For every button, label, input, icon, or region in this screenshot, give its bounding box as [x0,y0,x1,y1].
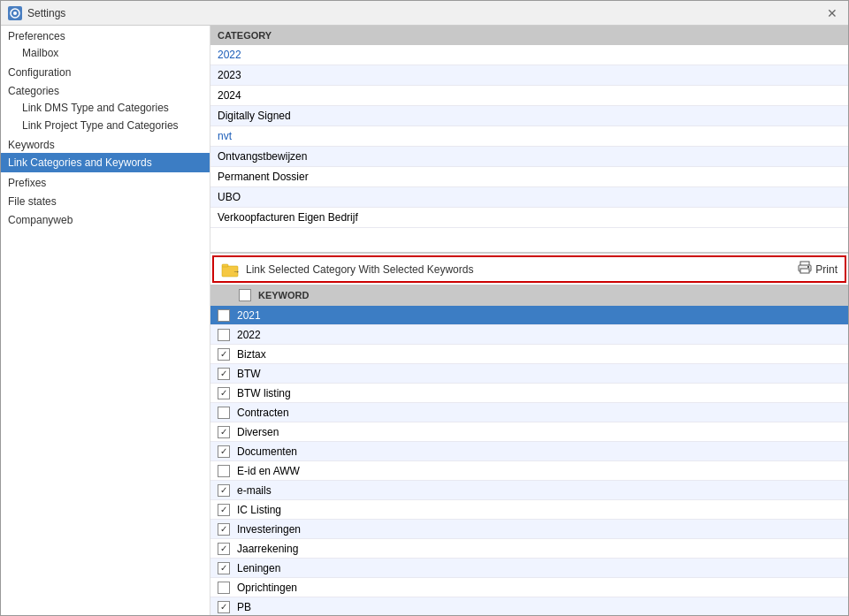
sidebar-section-companyweb[interactable]: Companyweb [1,209,210,228]
keyword-checkbox[interactable] [218,426,230,438]
table-row[interactable]: Digitally Signed [210,106,848,126]
link-bar-left: → Link Selected Category With Selected K… [221,262,473,278]
keyword-checkbox[interactable] [218,523,230,536]
keyword-label: Contracten [237,407,289,419]
keyword-row[interactable]: Oprichtingen [210,578,848,597]
sidebar-item-mailbox[interactable]: Mailbox [1,44,210,62]
table-row[interactable]: nvt [210,126,848,147]
keyword-row[interactable]: Documenten [210,442,848,461]
link-bar: → Link Selected Category With Selected K… [212,255,846,283]
keyword-checkbox[interactable] [218,407,230,419]
keyword-row[interactable]: Contracten [210,403,848,422]
folder-link-svg: → [221,262,241,278]
keyword-label: E-id en AWW [237,465,300,477]
keyword-row[interactable]: PB [210,597,848,615]
keyword-label: 2022 [237,329,261,341]
category-header: CATEGORY [210,26,848,45]
sidebar-section-prefixes[interactable]: Prefixes [1,172,210,191]
table-row[interactable]: 2024 [210,86,848,106]
keyword-header: KEYWORD [210,285,848,306]
sidebar-item-link-categories-keywords[interactable]: Link Categories and Keywords [1,153,210,172]
print-button[interactable]: Print [798,261,838,278]
sidebar-section-preferences: Preferences [1,26,210,44]
main-content: Preferences Mailbox Configuration Catego… [1,26,848,615]
keyword-checkbox[interactable] [218,504,230,516]
keyword-label: Oprichtingen [237,582,297,594]
settings-window: Settings ✕ Preferences Mailbox Configura… [0,0,849,616]
printer-icon [798,261,812,278]
title-bar: Settings ✕ [1,1,848,26]
content-area: CATEGORY 2022 2023 2024 Digitally Signed… [210,26,848,615]
keyword-row[interactable]: BTW listing [210,384,848,403]
keyword-label: IC Listing [237,504,281,516]
keyword-checkbox[interactable] [218,445,230,458]
keyword-label: PB [237,601,251,613]
keyword-checkbox[interactable] [218,543,230,555]
sidebar-item-link-dms[interactable]: Link DMS Type and Categories [1,99,210,117]
link-bar-label: Link Selected Category With Selected Key… [246,263,473,276]
keyword-checkbox[interactable] [218,309,230,322]
category-panel: CATEGORY 2022 2023 2024 Digitally Signed… [210,26,848,254]
keyword-row[interactable]: E-id en AWW [210,461,848,481]
sidebar-item-link-project[interactable]: Link Project Type and Categories [1,117,210,134]
keyword-checkbox[interactable] [218,601,230,613]
keyword-row[interactable]: Leningen [210,559,848,578]
header-checkbox[interactable] [239,289,251,301]
app-icon [8,6,22,20]
keyword-label: BTW listing [237,387,291,399]
sidebar-section-keywords: Keywords [1,134,210,153]
table-row[interactable]: UBO [210,187,848,208]
keyword-row[interactable]: Investeringen [210,520,848,539]
print-label: Print [815,263,838,276]
keyword-label: Investeringen [237,523,301,536]
keyword-checkbox[interactable] [218,387,230,399]
keyword-label: Documenten [237,445,297,458]
keyword-row[interactable]: 2022 [210,325,848,345]
table-row[interactable]: 2022 [210,45,848,65]
keyword-row[interactable]: Biztax [210,345,848,364]
keyword-label: e-mails [237,484,272,497]
svg-rect-3 [222,264,228,267]
link-folder-icon: → [221,262,241,278]
close-button[interactable]: ✕ [823,4,841,22]
keyword-row[interactable]: e-mails [210,481,848,500]
keyword-checkbox[interactable] [218,348,230,361]
keyword-checkbox[interactable] [218,582,230,594]
keyword-checkbox[interactable] [218,484,230,497]
keyword-row[interactable]: BTW [210,364,848,384]
table-row[interactable]: Permanent Dossier [210,167,848,187]
table-row[interactable]: Ontvangstbewijzen [210,147,848,167]
keyword-label: Jaarrekening [237,543,298,555]
keyword-row[interactable]: IC Listing [210,500,848,520]
keyword-row[interactable]: Diversen [210,422,848,442]
keyword-label: Leningen [237,562,280,574]
keyword-row[interactable]: Jaarrekening [210,539,848,559]
sidebar: Preferences Mailbox Configuration Catego… [1,26,210,615]
svg-point-1 [13,11,17,15]
table-row[interactable]: Verkoopfacturen Eigen Bedrijf [210,208,848,228]
title-bar-left: Settings [8,6,65,20]
svg-text:→: → [233,268,240,276]
svg-rect-8 [807,266,809,268]
keyword-label: BTW [237,368,261,380]
keyword-row[interactable]: 2021 [210,306,848,325]
keyword-label: Diversen [237,426,279,438]
keyword-checkbox[interactable] [218,465,230,477]
sidebar-section-categories: Categories [1,80,210,99]
keyword-checkbox[interactable] [218,368,230,380]
keyword-label: Biztax [237,348,266,361]
window-title: Settings [27,7,65,19]
keyword-label: 2021 [237,309,261,322]
keyword-panel: KEYWORD 2021 2022 Biztax [210,285,848,615]
keyword-checkbox[interactable] [218,562,230,574]
sidebar-section-file-states[interactable]: File states [1,191,210,209]
sidebar-section-configuration[interactable]: Configuration [1,62,210,80]
keyword-checkbox[interactable] [218,329,230,341]
svg-rect-7 [800,269,809,273]
table-row[interactable]: 2023 [210,65,848,86]
